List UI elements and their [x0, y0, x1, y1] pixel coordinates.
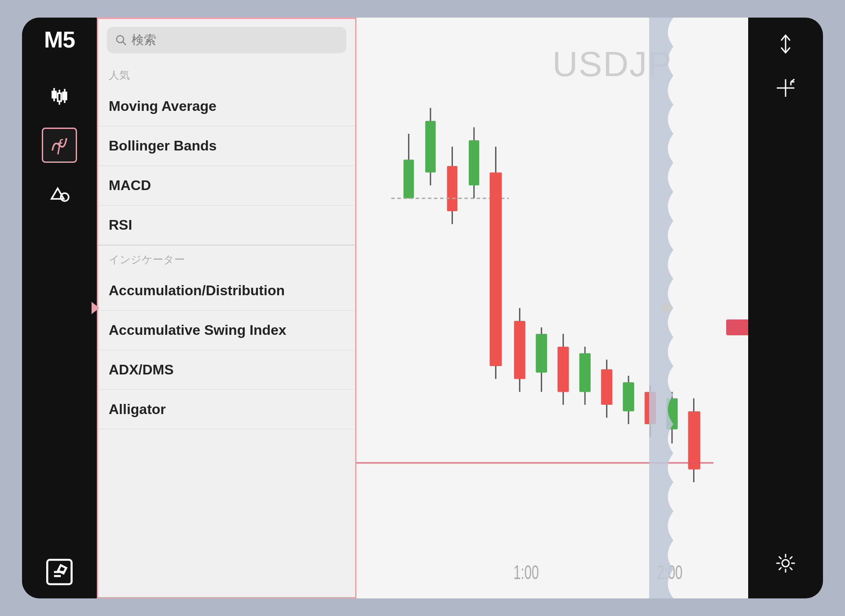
svg-line-15: [123, 42, 126, 45]
search-wrapper[interactable]: [107, 27, 346, 53]
svg-rect-40: [645, 392, 656, 424]
indicators-section-header: インジケーター: [98, 246, 355, 271]
svg-rect-34: [579, 353, 591, 392]
indicator-accumulation-distribution[interactable]: Accumulation/Distribution: [98, 271, 355, 311]
search-input[interactable]: [132, 33, 338, 47]
indicator-alligator[interactable]: Alligator: [98, 390, 355, 429]
candlestick-chart: 1:00 2:00: [356, 18, 748, 598]
svg-text:1:00: 1:00: [514, 561, 539, 583]
sidebar-item-candlestick[interactable]: [42, 79, 77, 114]
indicator-accumulative-swing-index[interactable]: Accumulative Swing Index: [98, 311, 355, 350]
indicator-rsi[interactable]: RSI: [98, 205, 355, 245]
indicator-moving-average[interactable]: Moving Average: [98, 87, 355, 126]
indicator-adx-dms[interactable]: ADX/DMS: [98, 350, 355, 390]
search-bar: [98, 19, 355, 61]
svg-rect-21: [447, 166, 458, 211]
svg-rect-32: [558, 347, 569, 392]
shapes-icon: [48, 182, 71, 205]
svg-text:2:00: 2:00: [657, 561, 683, 583]
indicator-bollinger-bands[interactable]: Bollinger Bands: [98, 126, 355, 166]
right-sidebar: [748, 18, 823, 598]
svg-rect-36: [601, 369, 613, 405]
sidebar-item-indicators[interactable]: ƒ: [42, 128, 77, 163]
search-icon: [115, 34, 127, 46]
svg-point-54: [782, 560, 789, 567]
svg-rect-7: [63, 92, 66, 99]
svg-rect-1: [52, 92, 56, 98]
svg-rect-4: [58, 93, 61, 101]
svg-point-14: [117, 36, 124, 43]
chart-area: USDJP: [356, 18, 748, 598]
svg-rect-26: [490, 172, 502, 366]
edit-icon: [42, 554, 77, 590]
svg-rect-17: [404, 160, 414, 198]
price-indicator: [726, 319, 748, 335]
popular-section-header: 人気: [98, 61, 355, 87]
indicator-panel: 人気 Moving Average Bollinger Bands MACD R…: [97, 18, 356, 598]
settings-icon: [774, 552, 797, 575]
active-arrow: [92, 302, 99, 314]
left-sidebar: M5 ƒ: [22, 18, 97, 598]
svg-rect-38: [623, 382, 634, 411]
svg-rect-28: [514, 321, 525, 379]
price-scale-icon: [774, 33, 797, 55]
svg-rect-42: [666, 398, 678, 429]
sidebar-item-crosshair[interactable]: [768, 70, 803, 106]
indicator-macd[interactable]: MACD: [98, 166, 355, 205]
sidebar-item-shapes[interactable]: [42, 176, 77, 211]
svg-rect-19: [425, 121, 436, 172]
device-frame: M5 ƒ: [22, 18, 823, 598]
main-content: 人気 Moving Average Bollinger Bands MACD R…: [97, 18, 823, 598]
candlestick-icon: [48, 85, 71, 108]
svg-rect-24: [469, 140, 479, 186]
timeframe-label[interactable]: M5: [44, 26, 75, 53]
crosshair-icon: [774, 77, 797, 99]
sidebar-item-edit[interactable]: [42, 554, 77, 590]
svg-rect-44: [688, 411, 701, 469]
sidebar-item-price-scale[interactable]: [768, 26, 803, 62]
sidebar-item-settings[interactable]: [768, 546, 803, 581]
scroll-indicator: [661, 303, 671, 313]
svg-rect-30: [536, 334, 547, 373]
